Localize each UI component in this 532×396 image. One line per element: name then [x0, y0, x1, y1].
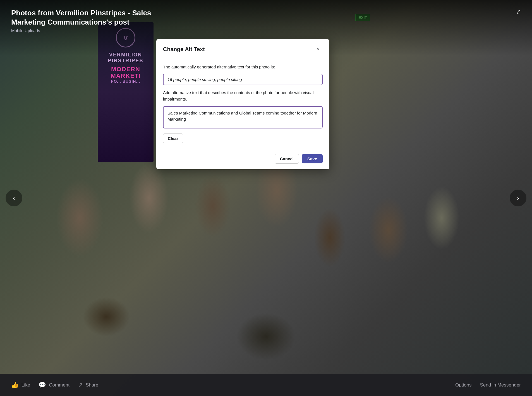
- modal-instructions: Add alternative text that describes the …: [163, 90, 323, 102]
- nav-prev-button[interactable]: ‹: [6, 190, 22, 206]
- modal-title: Change Alt Text: [163, 46, 205, 53]
- modal-close-button[interactable]: ×: [314, 45, 323, 54]
- comment-icon: 💬: [39, 381, 46, 389]
- messenger-button[interactable]: Send in Messenger: [480, 382, 521, 388]
- photo-title-main: Photos from Vermilion Pinstripes - Sales…: [11, 8, 156, 27]
- like-label: Like: [21, 382, 30, 388]
- banner-tagline: MODERN MARKETI FO... BUSIN...: [111, 66, 140, 84]
- nav-next-button[interactable]: ›: [510, 190, 526, 206]
- change-alt-text-modal: Change Alt Text × The automatically gene…: [156, 39, 329, 169]
- save-button[interactable]: Save: [302, 154, 323, 163]
- like-action[interactable]: 👍 Like: [11, 381, 30, 389]
- modal-body: The automatically generated alternative …: [156, 58, 329, 150]
- options-button[interactable]: Options: [455, 382, 472, 388]
- clear-button[interactable]: Clear: [163, 133, 183, 143]
- photo-title-area: Photos from Vermilion Pinstripes - Sales…: [11, 8, 156, 33]
- modal-footer: Cancel Save: [156, 150, 329, 169]
- bottom-right-actions: Options Send in Messenger: [455, 382, 521, 388]
- like-icon: 👍: [11, 381, 19, 389]
- comment-action[interactable]: 💬 Comment: [39, 381, 70, 389]
- comment-label: Comment: [49, 382, 70, 388]
- modal-description: The automatically generated alternative …: [163, 64, 323, 70]
- share-icon: ↗: [78, 381, 83, 389]
- bottom-action-bar: 👍 Like 💬 Comment ↗ Share Options Send in…: [0, 374, 532, 396]
- photo-title-subtitle: Mobile Uploads: [11, 28, 156, 33]
- bottom-left-actions: 👍 Like 💬 Comment ↗ Share: [11, 381, 98, 389]
- expand-button[interactable]: ⤢: [516, 8, 521, 16]
- cancel-button[interactable]: Cancel: [275, 154, 299, 164]
- auto-alt-text-display: 16 people, people smiling, people sittin…: [163, 74, 323, 85]
- share-action[interactable]: ↗ Share: [78, 381, 98, 389]
- modal-header: Change Alt Text ×: [156, 39, 329, 58]
- share-label: Share: [86, 382, 98, 388]
- alt-text-textarea[interactable]: [163, 106, 323, 128]
